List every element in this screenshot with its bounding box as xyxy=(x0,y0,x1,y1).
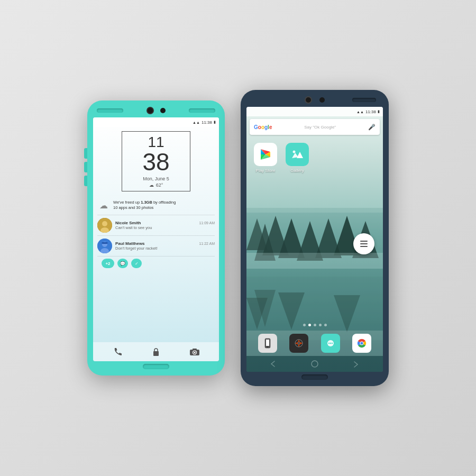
cloud-icon: ☁ xyxy=(97,199,110,212)
page-dot-4[interactable] xyxy=(319,324,322,326)
volume-down-button[interactable] xyxy=(84,162,87,172)
front-camera-main xyxy=(147,107,154,114)
clock-hour: 11 xyxy=(127,135,185,150)
status-time-left: 11:38 xyxy=(202,120,212,125)
camera-nav-icon[interactable] xyxy=(188,345,201,358)
hamburger-line-1 xyxy=(360,241,368,242)
gallery-app[interactable]: Gallery xyxy=(286,143,309,173)
hamburger-line-2 xyxy=(360,243,368,244)
right-battery-icon: ▮ xyxy=(378,109,380,114)
svg-point-1 xyxy=(102,221,107,226)
dock-aperture-app[interactable] xyxy=(289,334,308,353)
nicole-msg-time: 11:09 AM xyxy=(199,221,215,225)
svg-point-22 xyxy=(267,346,268,347)
clock-widget: 11 38 Mon, June 5 ☁ 62° xyxy=(122,131,190,191)
left-phone-top-bar xyxy=(93,107,219,114)
microphone-icon[interactable]: 🎤 xyxy=(368,124,376,131)
paul-sender-name: Paul Matthews xyxy=(115,241,145,246)
svg-point-11 xyxy=(194,352,195,353)
status-bar-right: ▲▲ 11:38 ▮ xyxy=(246,107,383,116)
paul-avatar xyxy=(97,239,112,253)
paul-matthews-notification[interactable]: Paul Matthews 11:22 AM Don't forget your… xyxy=(97,236,215,257)
quick-actions: +2 💬 ✓ xyxy=(97,257,215,270)
nicole-smith-notification[interactable]: Nicole Smith 11:09 AM Can't wait to see … xyxy=(97,215,215,236)
svg-rect-8 xyxy=(153,351,159,356)
svg-rect-7 xyxy=(102,243,108,243)
storage-notification[interactable]: ☁ We've freed up 1.3GB by offloading10 a… xyxy=(97,196,215,215)
storage-notification-text: We've freed up 1.3GB by offloading10 app… xyxy=(113,200,176,211)
page-dot-3[interactable] xyxy=(314,324,316,326)
svg-point-29 xyxy=(330,343,331,344)
lock-nav-icon[interactable] xyxy=(150,345,162,358)
badge-check-icon[interactable]: ✓ xyxy=(131,259,142,268)
fab-menu-button[interactable] xyxy=(353,233,374,254)
page-dot-1[interactable] xyxy=(303,324,306,326)
recents-button[interactable] xyxy=(351,359,362,369)
dock-chrome-app[interactable] xyxy=(352,334,371,353)
paul-msg-time: 11:22 AM xyxy=(199,242,215,245)
gallery-icon-bg xyxy=(286,143,309,166)
clock-weather: ☁ 62° xyxy=(127,182,185,188)
paul-msg-header: Paul Matthews 11:22 AM xyxy=(115,241,215,246)
page-dot-5[interactable] xyxy=(324,324,327,326)
signal-icon: ▲▲ xyxy=(193,121,200,124)
google-search-bar[interactable]: Google Say "Ok Google" 🎤 xyxy=(250,119,380,135)
battery-icon: ▮ xyxy=(214,120,216,124)
bottom-speaker-right xyxy=(301,374,328,380)
dock-chat-app[interactable] xyxy=(321,334,340,353)
svg-rect-21 xyxy=(266,340,269,346)
weather-icon: ☁ xyxy=(149,182,154,188)
badge-chat-icon[interactable]: 💬 xyxy=(117,259,128,268)
right-phone-camera-secondary xyxy=(319,97,325,103)
svg-rect-12 xyxy=(193,349,197,350)
svg-rect-14 xyxy=(246,253,383,269)
play-store-label: Play Store xyxy=(256,168,276,173)
svg-point-18 xyxy=(293,151,296,153)
google-logo: Google xyxy=(254,124,272,130)
right-phone-speaker xyxy=(352,98,376,102)
clock-minute: 38 xyxy=(127,150,185,174)
bottom-dock xyxy=(246,331,383,356)
nav-bar-right xyxy=(246,356,383,372)
badge-plus2[interactable]: +2 xyxy=(102,259,114,268)
power-button[interactable] xyxy=(84,176,87,186)
side-buttons-left xyxy=(84,148,87,186)
svg-point-34 xyxy=(361,342,363,345)
right-speaker xyxy=(189,108,215,113)
bottom-speaker-left xyxy=(143,364,169,369)
nicole-msg-header: Nicole Smith 11:09 AM xyxy=(115,221,215,225)
home-button[interactable] xyxy=(309,359,320,369)
left-phone-screen: ▲▲ 11:38 ▮ 11 38 Mon, June 5 ☁ 62° ☁ xyxy=(93,117,219,361)
status-time-right: 11:38 xyxy=(365,109,376,114)
page-dot-2[interactable] xyxy=(308,324,311,326)
volume-up-button[interactable] xyxy=(84,148,87,159)
phone-left: ▲▲ 11:38 ▮ 11 38 Mon, June 5 ☁ 62° ☁ xyxy=(87,100,225,376)
svg-marker-17 xyxy=(297,152,303,158)
nicole-msg-preview: Can't wait to see you xyxy=(115,225,215,230)
dock-phone-app[interactable] xyxy=(258,334,277,353)
paul-msg-preview: Don't forget your racket! xyxy=(115,246,215,251)
status-bar-left: ▲▲ 11:38 ▮ xyxy=(93,117,219,127)
page-indicator-dots xyxy=(246,319,383,331)
svg-point-30 xyxy=(332,343,333,344)
hamburger-line-3 xyxy=(360,246,368,247)
hamburger-icon xyxy=(360,241,368,247)
svg-point-28 xyxy=(328,343,329,344)
right-phone-top-bar xyxy=(246,96,383,104)
right-phone-camera-main xyxy=(305,96,312,104)
front-camera-secondary xyxy=(160,108,166,113)
phone-nav-icon[interactable] xyxy=(111,345,124,358)
svg-point-35 xyxy=(312,361,318,367)
nicole-avatar xyxy=(97,218,112,233)
right-signal-icon: ▲▲ xyxy=(356,110,364,114)
bottom-nav-left xyxy=(93,342,219,361)
app-icons-area: Play Store Gallery xyxy=(246,138,383,178)
back-button[interactable] xyxy=(268,359,278,369)
left-speaker xyxy=(97,108,123,113)
play-store-icon-bg xyxy=(254,143,277,166)
right-phone-screen: ▲▲ 11:38 ▮ Google Say "Ok Google" 🎤 xyxy=(246,107,383,372)
nicole-sender-name: Nicole Smith xyxy=(115,221,141,225)
phone-right: ▲▲ 11:38 ▮ Google Say "Ok Google" 🎤 xyxy=(241,90,389,386)
phones-container: ▲▲ 11:38 ▮ 11 38 Mon, June 5 ☁ 62° ☁ xyxy=(87,90,389,386)
play-store-app[interactable]: Play Store xyxy=(254,143,277,173)
